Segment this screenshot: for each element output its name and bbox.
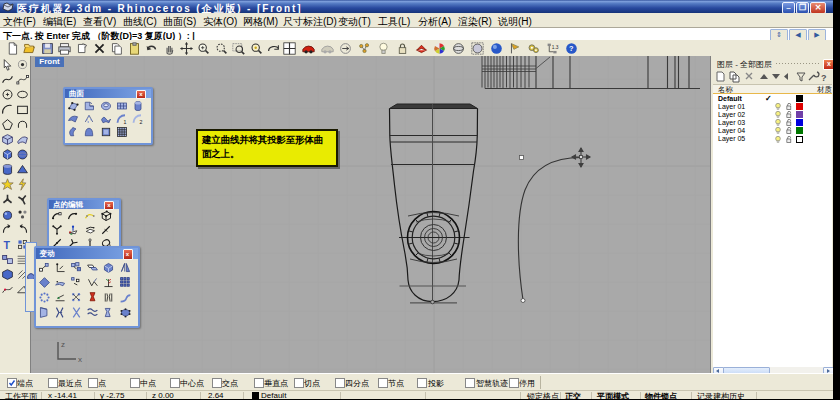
- svg-text:x: x: [78, 355, 82, 364]
- svg-text:?: ?: [569, 43, 574, 52]
- svg-text:1.3: 1.3: [552, 45, 559, 50]
- svg-text:T: T: [3, 239, 10, 251]
- svg-text:1: 1: [123, 118, 126, 124]
- svg-text:z: z: [61, 340, 65, 349]
- svg-text:?: ?: [821, 73, 827, 83]
- svg-text:2: 2: [140, 118, 143, 124]
